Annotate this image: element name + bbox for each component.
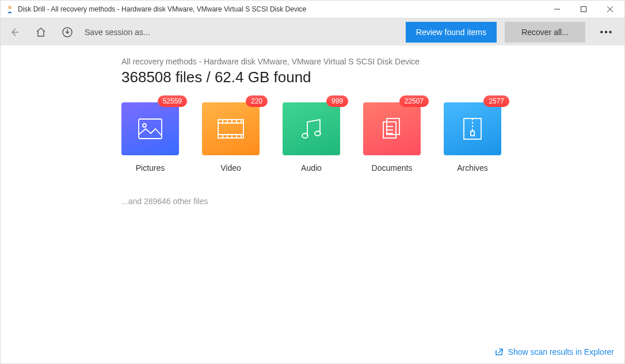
scan-subtitle: All recovery methods - Hardware disk VMw… <box>121 57 524 66</box>
open-external-icon <box>494 347 504 357</box>
recover-all-button[interactable]: Recover all... <box>505 22 585 43</box>
documents-icon <box>381 117 403 140</box>
titlebar: Disk Drill - All recovery methods - Hard… <box>1 1 624 18</box>
audio-icon <box>300 117 322 140</box>
review-found-items-button[interactable]: Review found items <box>406 22 497 43</box>
more-button[interactable]: ••• <box>593 22 620 43</box>
svg-rect-7 <box>139 119 162 139</box>
archives-icon <box>463 117 482 140</box>
svg-rect-31 <box>471 131 474 136</box>
audio-tile: 999 <box>283 102 340 155</box>
category-pictures[interactable]: 52559 Pictures <box>121 102 179 173</box>
category-row: 52559 Pictures 220 <box>121 102 524 173</box>
close-button[interactable] <box>597 1 623 18</box>
svg-rect-9 <box>218 120 243 138</box>
documents-tile: 22507 <box>363 102 421 155</box>
archives-tile: 2577 <box>444 102 501 155</box>
svg-point-0 <box>8 6 12 9</box>
video-badge: 220 <box>246 95 268 107</box>
window-controls <box>544 1 623 18</box>
video-icon <box>218 119 244 139</box>
svg-rect-2 <box>581 7 586 12</box>
svg-point-8 <box>143 124 146 127</box>
category-video[interactable]: 220 Video <box>202 102 260 173</box>
archives-badge: 2577 <box>483 95 509 107</box>
show-in-explorer-label: Show scan results in Explorer <box>508 347 614 357</box>
pictures-tile: 52559 <box>121 102 179 155</box>
window-title: Disk Drill - All recovery methods - Hard… <box>18 5 544 13</box>
category-audio[interactable]: 999 Audio <box>283 102 340 173</box>
category-archives[interactable]: 2577 Archives <box>444 102 501 173</box>
pictures-label: Pictures <box>136 163 165 173</box>
documents-label: Documents <box>372 163 413 173</box>
pictures-icon <box>138 118 162 139</box>
save-icon[interactable] <box>58 23 77 41</box>
documents-badge: 22507 <box>399 95 429 107</box>
video-tile: 220 <box>202 102 260 155</box>
back-button[interactable] <box>5 23 24 41</box>
maximize-button[interactable] <box>570 1 597 18</box>
category-documents[interactable]: 22507 Documents <box>363 102 421 173</box>
other-files-text: ...and 289646 other files <box>121 197 524 206</box>
scan-headline: 368508 files / 62.4 GB found <box>121 68 524 86</box>
save-session-link[interactable]: Save session as... <box>85 28 398 37</box>
toolbar: Save session as... Review found items Re… <box>1 18 624 45</box>
app-icon <box>5 5 14 14</box>
home-button[interactable] <box>32 23 50 41</box>
archives-label: Archives <box>457 163 488 173</box>
audio-badge: 999 <box>326 95 348 107</box>
minimize-button[interactable] <box>544 1 570 18</box>
audio-label: Audio <box>301 163 322 173</box>
video-label: Video <box>220 163 241 173</box>
show-in-explorer-link[interactable]: Show scan results in Explorer <box>494 347 614 357</box>
pictures-badge: 52559 <box>158 95 187 107</box>
main-content: All recovery methods - Hardware disk VMw… <box>1 45 624 363</box>
